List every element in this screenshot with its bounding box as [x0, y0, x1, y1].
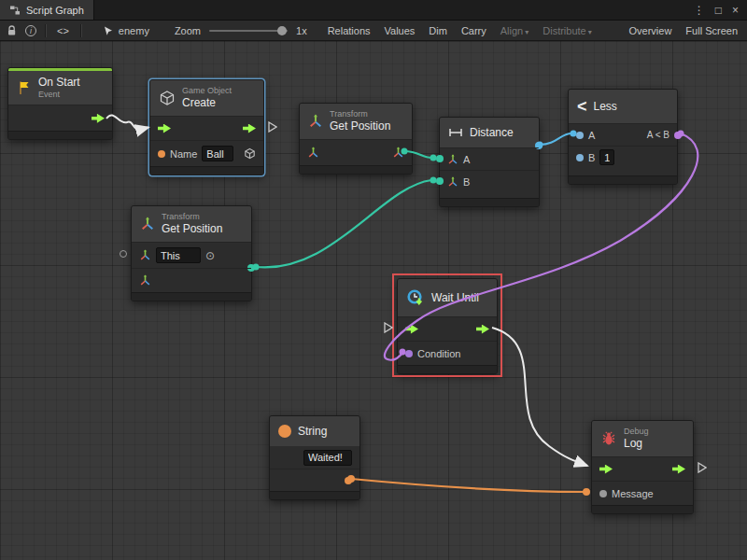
transform-input-port[interactable] — [139, 249, 151, 261]
flow-port-hint — [384, 322, 393, 333]
node-wait-until[interactable]: Wait Until Condition — [397, 278, 498, 374]
node-category: Debug — [624, 427, 649, 437]
transform-icon — [308, 114, 323, 129]
flow-input-port[interactable] — [405, 325, 418, 334]
window-titlebar: Script Graph ⋮ □ × — [0, 0, 747, 21]
zoom-slider[interactable] — [209, 30, 288, 32]
edit-code-button[interactable]: <> — [54, 24, 72, 37]
port-label: A — [463, 154, 470, 165]
object-picker-icon[interactable]: ⊙ — [205, 249, 215, 262]
node-subtitle: Event — [38, 90, 80, 100]
flow-input-port[interactable] — [599, 465, 613, 474]
chevron-down-icon: ▾ — [588, 28, 592, 36]
node-on-start-event[interactable]: On Start Event — [7, 67, 113, 140]
node-footer — [150, 166, 263, 175]
node-category: Transform — [330, 109, 390, 119]
node-header: String — [270, 416, 359, 446]
node-title: String — [298, 425, 327, 439]
window-controls: ⋮ □ × — [694, 0, 747, 21]
less-output-port[interactable] — [674, 132, 682, 139]
this-target-field[interactable] — [156, 247, 201, 263]
wire-getposition-to-distance-b[interactable] — [256, 180, 431, 267]
transform-icon — [140, 217, 155, 231]
machine-selector[interactable]: enemy — [103, 25, 149, 36]
vector-output-port[interactable] — [392, 147, 404, 159]
lock-icon[interactable] — [7, 25, 17, 36]
flow-port-hint — [698, 462, 707, 473]
node-less[interactable]: < Less A A < B B — [568, 89, 678, 185]
distribute-button[interactable]: Distribute▾ — [540, 24, 594, 37]
result-label: A < B — [647, 130, 669, 140]
flow-output-port[interactable] — [672, 465, 685, 474]
flow-output-port[interactable] — [476, 325, 489, 334]
fullscreen-button[interactable]: Full Screen — [683, 24, 740, 37]
cube-icon — [159, 90, 176, 106]
less-icon: < — [577, 98, 587, 115]
port-label: B — [588, 152, 595, 163]
toolbar-separator — [45, 24, 46, 37]
unconnected-input-port[interactable] — [120, 250, 127, 258]
less-b-input-port[interactable] — [576, 154, 584, 161]
port-label: Condition — [417, 348, 460, 359]
transform-input-port[interactable] — [307, 147, 319, 159]
zoom-handle[interactable] — [277, 26, 287, 35]
name-input-port[interactable] — [158, 150, 165, 158]
port-label: B — [463, 176, 470, 188]
maximize-icon[interactable]: □ — [715, 0, 722, 21]
graph-canvas[interactable]: On Start Event Game Object Create — [0, 41, 747, 560]
game-object-output-port[interactable] — [244, 147, 256, 160]
carry-button[interactable]: Carry — [458, 24, 489, 37]
vector-a-icon[interactable] — [447, 154, 458, 165]
name-value-field[interactable] — [202, 146, 233, 161]
tab-label: Script Graph — [26, 5, 84, 16]
tab-script-graph[interactable]: Script Graph — [0, 0, 94, 20]
wire-distance-to-less-a[interactable] — [540, 133, 571, 145]
node-category: Transform — [162, 212, 222, 222]
wait-clock-icon — [406, 288, 425, 307]
flow-output-port[interactable] — [92, 114, 105, 123]
vector-output-port[interactable] — [139, 274, 151, 287]
port-label: A — [588, 130, 595, 141]
relations-button[interactable]: Relations — [325, 24, 374, 37]
node-get-position-top[interactable]: Transform Get Position — [299, 103, 413, 175]
less-a-input-port[interactable] — [576, 132, 584, 139]
bug-icon — [600, 431, 617, 446]
node-debug-log[interactable]: Debug Log Message — [591, 420, 694, 514]
machine-name: enemy — [119, 25, 149, 36]
values-button[interactable]: Values — [382, 24, 418, 37]
node-title: Log — [624, 437, 649, 451]
flow-output-port[interactable] — [243, 124, 256, 133]
close-icon[interactable]: × — [732, 0, 739, 21]
port-label: Message — [612, 488, 654, 499]
vector-b-icon[interactable] — [447, 176, 458, 188]
node-get-position-bottom[interactable]: Transform Get Position ⊙ — [131, 205, 252, 301]
cursor-icon — [103, 25, 114, 36]
ruler-icon — [448, 126, 463, 139]
window-menu-icon[interactable]: ⋮ — [694, 0, 705, 21]
node-string-literal[interactable]: String — [269, 415, 360, 500]
dim-button[interactable]: Dim — [426, 24, 450, 37]
info-icon[interactable]: i — [25, 25, 36, 36]
node-distance[interactable]: Distance A B — [439, 117, 540, 207]
overview-button[interactable]: Overview — [627, 24, 675, 37]
node-header: < Less — [569, 90, 677, 123]
condition-input-port[interactable] — [405, 350, 413, 357]
flow-input-port[interactable] — [158, 124, 171, 133]
string-output-port[interactable] — [345, 477, 352, 484]
string-value-field[interactable] — [303, 450, 352, 466]
node-header: Wait Until — [398, 279, 497, 316]
node-create-game-object[interactable]: Game Object Create Name — [149, 79, 264, 175]
b-value-field[interactable] — [599, 149, 614, 165]
wire-string-to-message[interactable] — [351, 479, 585, 492]
node-title: Get Position — [162, 222, 222, 236]
node-header: Game Object Create — [150, 80, 263, 116]
port-label: Name — [170, 148, 197, 160]
distribute-label: Distribute — [543, 25, 585, 36]
node-header: Transform Get Position — [300, 104, 412, 139]
string-icon — [278, 425, 291, 438]
align-button[interactable]: Align▾ — [498, 24, 531, 37]
wire-waituntil-to-debuglog[interactable] — [492, 328, 587, 466]
zoom-value: 1x — [296, 25, 307, 36]
graph-toolbar: i <> enemy Zoom 1x Relations Values Dim … — [0, 21, 747, 41]
message-input-port[interactable] — [599, 490, 607, 497]
